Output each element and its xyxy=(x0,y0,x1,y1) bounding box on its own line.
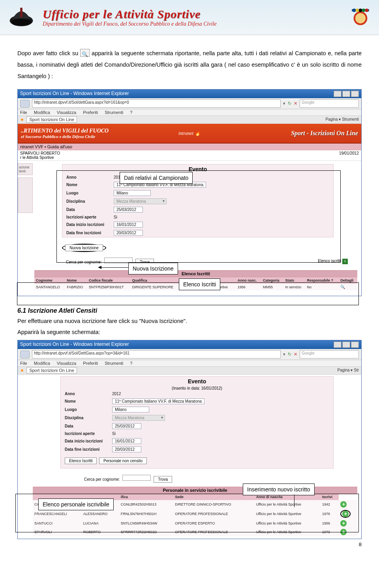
sidebar: azionetenti xyxy=(18,161,33,296)
section-p2: Apparirà la seguente schermata: xyxy=(0,327,379,338)
sidebar-item-2[interactable] xyxy=(18,177,33,213)
menu-fav[interactable]: Preferiti xyxy=(83,361,98,366)
svg-point-8 xyxy=(365,9,369,12)
menu-help[interactable]: ? xyxy=(130,361,132,366)
personale-non-censito-button[interactable]: Personale non censito xyxy=(99,457,147,464)
callout-inserimento: Inserimento nuovo iscritto xyxy=(243,483,315,495)
lbl-luogo: Luogo xyxy=(66,191,114,195)
intro-paragraph: Dopo aver fatto click su 🔍 apparirà la s… xyxy=(0,35,379,87)
address-bar: http://intranet.dpvvf.it/Sol/DettGara.as… xyxy=(18,349,361,360)
browser-search[interactable]: Google xyxy=(300,350,359,358)
val-aperte: Si xyxy=(114,215,117,219)
plus-icon[interactable]: + xyxy=(340,501,347,508)
menu-edit[interactable]: Modifica xyxy=(34,110,50,115)
header-date: 19/01/2012 xyxy=(339,151,359,160)
logged-user: SPARVOLI ROBERTO xyxy=(20,151,60,155)
menu-tools[interactable]: Strumenti xyxy=(105,361,123,366)
callout-elenco: Elenco Iscritti xyxy=(179,278,220,290)
lbl-nome: Nome xyxy=(66,183,114,187)
url-field[interactable]: http://intranet.dpvvf.it/Sol/dettGara.as… xyxy=(32,99,281,108)
elenco-link[interactable]: Elenco iscritti xyxy=(318,259,341,263)
screenshot-2: Sport Iscrizioni On Line - Windows Inter… xyxy=(17,340,362,539)
window-title: Sport Iscrizioni On Line - Windows Inter… xyxy=(20,91,129,97)
window-buttons xyxy=(334,342,359,348)
tab-bar: ★ Sport Iscrizioni On Line Pagina ▾ Stru… xyxy=(18,116,361,124)
table-title: Elenco Iscritti xyxy=(34,270,357,277)
menu-file[interactable]: File xyxy=(20,361,27,366)
url-field[interactable]: http://intranet.dpvvf.it/Sol/DettGara.as… xyxy=(32,350,281,358)
menu-help[interactable]: ? xyxy=(130,110,132,115)
intranet-hdr-1: ..RTIMENTO dei VIGILI del FUOCO xyxy=(21,128,109,134)
window-titlebar: Sport Iscrizioni On Line - Windows Inter… xyxy=(18,90,361,98)
svg-point-10 xyxy=(362,9,366,12)
table-row[interactable]: SPARVOLIROBERTOSPRRRT72R22H501DOPERATORE… xyxy=(33,528,357,536)
window-titlebar: Sport Iscrizioni On Line - Windows Inter… xyxy=(18,340,361,349)
magnify-icon: 🔍 xyxy=(80,49,90,57)
menu-view[interactable]: Visualizza xyxy=(57,361,76,366)
magnify-icon[interactable]: 🔍 xyxy=(340,285,345,289)
crest-icon xyxy=(349,5,372,30)
banner-title: Ufficio per le Attività Sportive xyxy=(43,7,342,21)
logged-office: r le Attività Sportive xyxy=(20,155,54,160)
menu-edit[interactable]: Modifica xyxy=(34,361,50,366)
browser-search[interactable]: Google xyxy=(300,99,359,108)
user-row: SPARVOLI ROBERTO r le Attività Sportive … xyxy=(18,150,361,161)
vvf-helmet-icon xyxy=(7,6,36,29)
svg-rect-1 xyxy=(20,8,23,17)
tab-tools[interactable]: Pagina ▾ Str xyxy=(338,368,359,373)
val-di: 16/01/2012 xyxy=(114,222,143,228)
svg-point-4 xyxy=(355,13,366,23)
val-disc[interactable]: Mezza Maratona xyxy=(114,198,167,204)
elenco-iscritti-button[interactable]: Elenco Iscritti xyxy=(65,457,97,464)
browser-tab[interactable]: Sport Iscrizioni On Line xyxy=(26,367,77,373)
intranet-hdr-right: Sport - Iscrizioni On Line xyxy=(291,130,358,137)
val-df: 20/03/2012 xyxy=(114,230,143,236)
browser-tab[interactable]: Sport Iscrizioni On Line xyxy=(26,116,77,123)
val-data: 25/03/2012 xyxy=(114,207,143,213)
intro-a: Dopo aver fatto click su xyxy=(17,50,78,56)
plus-icon[interactable]: + xyxy=(340,529,347,535)
val-luogo: Milano xyxy=(114,190,151,196)
section-heading: 6.1 Iscrizione Atleti Censiti xyxy=(0,303,379,314)
window-title: Sport Iscrizioni On Line - Windows Inter… xyxy=(20,342,129,348)
panel-title: Evento xyxy=(62,164,333,174)
nuova-iscrizione-button[interactable]: Nuova Iscrizione xyxy=(65,245,103,251)
lbl-di: Data inizio iscrizioni xyxy=(66,222,114,227)
sidebar-item-1[interactable]: azionetenti xyxy=(18,163,33,175)
plus-icon[interactable]: + xyxy=(340,520,347,526)
lbl-cerca: Cerca per cognome: xyxy=(66,260,102,264)
svg-point-7 xyxy=(359,9,362,12)
table-row[interactable]: SANTUCCILUCIANASNTLCN56R49H534WOPERATORE… xyxy=(33,519,357,528)
menu-bar: File Modifica Visualizza Preferiti Strum… xyxy=(18,360,361,367)
menu-file[interactable]: File xyxy=(20,110,27,115)
screenshot-1: Sport Iscrizioni On Line - Windows Inter… xyxy=(17,89,362,296)
menu-view[interactable]: Visualizza xyxy=(57,110,76,115)
lbl-data: Data xyxy=(66,207,114,212)
tab-bar: ★ Sport Iscrizioni On Line Pagina ▾ Str xyxy=(18,367,361,375)
section-p1: Per effettuare una nuova iscrizione fare… xyxy=(0,316,379,327)
plus-icon[interactable]: + xyxy=(342,511,349,517)
window-buttons xyxy=(334,91,359,97)
menu-fav[interactable]: Preferiti xyxy=(83,110,98,115)
lbl-anno: Anno xyxy=(66,175,114,179)
svg-point-9 xyxy=(356,9,359,12)
address-bar: http://intranet.dpvvf.it/Sol/dettGara.as… xyxy=(18,98,361,109)
tab-tools[interactable]: Pagina ▾ Strumenti xyxy=(326,117,359,122)
callout-personale: Elenco personale iscrivibile xyxy=(38,498,114,510)
banner-subtitle: Dipartimento dei Vigili del Fuoco, del S… xyxy=(43,21,342,27)
lbl-df: Data fine iscrizioni xyxy=(66,231,114,235)
svg-point-2 xyxy=(11,19,31,26)
cerca-input[interactable] xyxy=(122,475,151,481)
nav-back-icon[interactable] xyxy=(20,351,30,358)
nav-back-icon[interactable] xyxy=(20,100,30,108)
trova-button[interactable]: Trova xyxy=(154,476,172,483)
menu-tools[interactable]: Strumenti xyxy=(105,110,123,115)
page-banner: Ufficio per le Attività Sportive Diparti… xyxy=(0,0,379,35)
oval-highlight: Nuova Iscrizione xyxy=(62,244,106,252)
panel-title: Evento xyxy=(61,377,333,386)
excel-icon[interactable]: X xyxy=(342,259,348,264)
menu-bar: File Modifica Visualizza Preferiti Strum… xyxy=(18,109,361,116)
lbl-disc: Disciplina xyxy=(66,199,114,203)
callout-nuova: Nuova Iscrizione xyxy=(128,263,178,274)
lbl-cerca: Cerca per cognome: xyxy=(84,477,120,482)
